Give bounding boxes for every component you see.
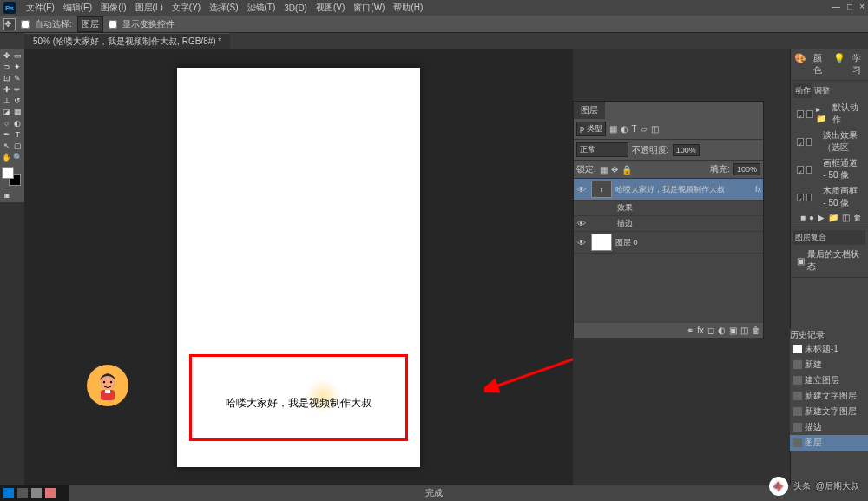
fg-color[interactable]: [2, 167, 14, 179]
play-icon[interactable]: ▶: [818, 213, 825, 222]
filter-smart-icon[interactable]: ◫: [651, 124, 659, 134]
pen-tool[interactable]: ✒: [2, 129, 12, 140]
menu-help[interactable]: 帮助(H): [390, 2, 426, 14]
history-item[interactable]: 建立图层: [790, 372, 868, 388]
fx-badge[interactable]: fx: [755, 185, 761, 194]
history-tab[interactable]: 历史记录: [790, 329, 868, 341]
lock-all-icon[interactable]: 🔒: [621, 165, 632, 175]
tool-preset-icon[interactable]: ✥: [3, 18, 16, 30]
group-icon[interactable]: ▣: [729, 326, 737, 335]
menu-edit[interactable]: 编辑(E): [60, 2, 95, 14]
history-doc[interactable]: 未标题-1: [790, 341, 868, 357]
layer-bg[interactable]: 👁 图层 0: [574, 232, 763, 254]
crop-tool[interactable]: ⊡: [2, 73, 12, 83]
document-tab[interactable]: 50% (哈喽大家好，我是视频制作大叔, RGB/8#) *: [24, 33, 230, 49]
fill-value[interactable]: 100%: [733, 163, 760, 175]
learn-label[interactable]: 学习: [852, 52, 865, 76]
show-transform-checkbox[interactable]: [108, 20, 117, 29]
fx-icon[interactable]: fx: [697, 326, 704, 335]
gradient-tool[interactable]: ▦: [13, 107, 23, 117]
eyedropper-tool[interactable]: ✎: [13, 73, 23, 83]
filter-adj-icon[interactable]: ◐: [621, 124, 628, 134]
color-panel-icon[interactable]: 🎨: [794, 52, 806, 64]
visibility-icon[interactable]: 👁: [575, 238, 588, 247]
layers-panel[interactable]: 图层 p 类型 ▦ ◐ T ▱ ◫ 正常 不透明度: 100% 锁定: ▦ ✥ …: [573, 101, 764, 339]
stamp-tool[interactable]: ⊥: [2, 96, 12, 106]
comp-tab[interactable]: 图层复合: [793, 230, 865, 245]
menu-image[interactable]: 图像(I): [97, 2, 129, 14]
menu-type[interactable]: 文字(Y): [168, 2, 204, 14]
layer-text[interactable]: 👁 T 哈喽大家好，我是视频制作大叔 fx: [574, 179, 763, 201]
document[interactable]: 哈喽大家好，我是视频制作大叔: [177, 68, 420, 467]
learn-icon[interactable]: 💡: [833, 52, 845, 64]
canvas-area[interactable]: 哈喽大家好，我是视频制作大叔: [24, 49, 573, 485]
history-brush-tool[interactable]: ↺: [13, 96, 23, 106]
lasso-tool[interactable]: ⊃: [2, 62, 12, 72]
path-tool[interactable]: ↖: [2, 141, 12, 151]
auto-select-target[interactable]: 图层: [77, 16, 103, 32]
history-item[interactable]: 新建文字图层: [790, 404, 868, 419]
rec-icon[interactable]: ●: [809, 213, 814, 222]
history-item[interactable]: 图层: [790, 435, 868, 451]
mask-icon[interactable]: ◻: [707, 326, 714, 335]
menu-3d[interactable]: 3D(D): [280, 3, 311, 13]
minimize-button[interactable]: —: [832, 2, 840, 11]
del-icon[interactable]: 🗑: [853, 213, 862, 222]
shape-tool[interactable]: ▢: [13, 141, 23, 151]
brush-tool[interactable]: ✏: [13, 84, 23, 95]
menu-filter[interactable]: 滤镜(T): [244, 2, 279, 14]
action-item[interactable]: ▸ 📁默认动作: [793, 100, 865, 128]
visibility-icon[interactable]: 👁: [575, 185, 588, 194]
delete-icon[interactable]: 🗑: [752, 326, 760, 335]
dodge-tool[interactable]: ◐: [13, 118, 23, 129]
layer-filter-kind[interactable]: p 类型: [576, 122, 606, 136]
filter-type-icon[interactable]: T: [632, 124, 637, 134]
layer-name[interactable]: 图层 0: [615, 237, 761, 248]
taskbar-item[interactable]: [31, 488, 42, 498]
actions-tab[interactable]: 动作: [793, 83, 812, 98]
taskbar-item[interactable]: [45, 488, 56, 498]
history-item[interactable]: 新建: [790, 357, 868, 372]
heal-tool[interactable]: ✚: [2, 84, 12, 95]
maximize-button[interactable]: □: [847, 2, 852, 11]
new-set-icon[interactable]: 📁: [828, 213, 838, 222]
menu-select[interactable]: 选择(S): [206, 2, 241, 14]
quickmask-tool[interactable]: ◙: [2, 190, 12, 201]
color-label[interactable]: 颜色: [813, 52, 826, 76]
color-swatches[interactable]: [2, 167, 21, 186]
menu-file[interactable]: 文件(F): [23, 2, 58, 14]
stop-icon[interactable]: ■: [800, 213, 806, 222]
new-action-icon[interactable]: ◫: [842, 213, 850, 222]
blend-mode-select[interactable]: 正常: [576, 142, 628, 157]
layer-name[interactable]: 哈喽大家好，我是视频制作大叔: [615, 184, 752, 195]
new-layer-icon[interactable]: ◫: [740, 326, 748, 335]
menu-layer[interactable]: 图层(L): [132, 2, 167, 14]
eraser-tool[interactable]: ◪: [2, 107, 12, 117]
zoom-tool[interactable]: 🔍: [13, 152, 23, 162]
lock-pixels-icon[interactable]: ▦: [600, 165, 608, 175]
close-button[interactable]: ×: [859, 2, 865, 11]
hand-tool[interactable]: ✋: [2, 152, 12, 162]
layer-fx-stroke[interactable]: 👁 描边: [574, 216, 763, 232]
marquee-tool[interactable]: ▭: [13, 50, 23, 61]
history-item[interactable]: 新建文字图层: [790, 388, 868, 404]
type-tool[interactable]: T: [13, 129, 23, 140]
taskbar-item[interactable]: [3, 488, 14, 498]
link-icon[interactable]: ⚭: [687, 326, 694, 335]
wand-tool[interactable]: ✦: [13, 62, 23, 72]
action-item[interactable]: 淡出效果（选区: [793, 128, 865, 155]
auto-select-checkbox[interactable]: [21, 20, 30, 29]
filter-img-icon[interactable]: ▦: [609, 124, 617, 134]
menu-view[interactable]: 视图(V): [312, 2, 348, 14]
filter-shape-icon[interactable]: ▱: [641, 124, 648, 134]
comp-item[interactable]: ▣最后的文档状态: [793, 247, 865, 274]
blur-tool[interactable]: ○: [2, 118, 12, 129]
move-tool[interactable]: ✥: [2, 50, 12, 61]
history-item[interactable]: 描边: [790, 419, 868, 435]
opacity-value[interactable]: 100%: [673, 144, 700, 156]
visibility-icon[interactable]: 👁: [575, 219, 588, 228]
layers-tab[interactable]: 图层: [574, 102, 605, 119]
lock-position-icon[interactable]: ✥: [611, 165, 618, 175]
layer-fx-group[interactable]: 效果: [574, 201, 763, 216]
action-item[interactable]: 画框通道 - 50 像: [793, 155, 865, 183]
